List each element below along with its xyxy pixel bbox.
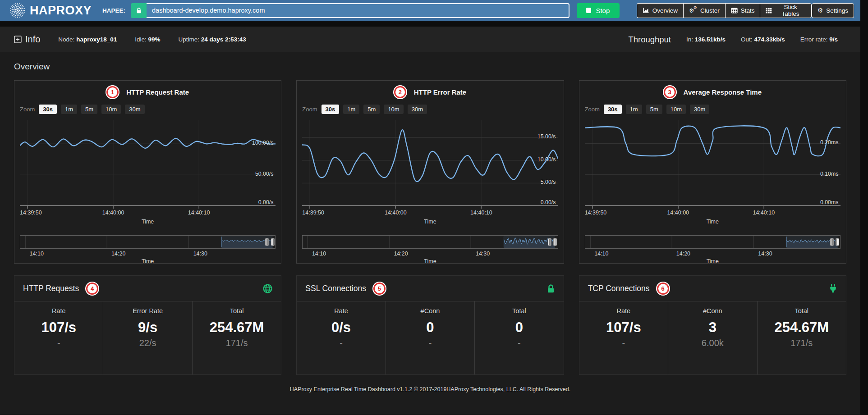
uptime-info: Uptime: 24 days 2:53:43 [179,36,246,43]
x-axis-labels: 14:39:5014:40:0014:40:10 [20,210,276,218]
ssl-connections-card: SSL Connections 5 Rate 0/s - [296,275,564,375]
stat-col: Total 254.67M 171/s [192,301,281,374]
navigator-labels: 14:1014:2014:30 [585,251,840,258]
navigator-x-label: 14:30 [758,251,772,257]
zoom-30m-button[interactable]: 30m [690,105,709,114]
svg-text:0.10ms: 0.10ms [820,171,838,177]
expand-plus-icon [14,36,22,43]
chart-navigator[interactable] [585,235,840,249]
zoom-buttons: 30s1m5m10m30m [604,105,709,114]
navigator-axis-title: Time [20,258,276,264]
footer-copyright: HAProxy Enterprise Real Time Dashboard v… [0,375,860,392]
svg-text:0.20ms: 0.20ms [820,139,838,146]
overview-label: Overview [652,7,678,14]
zoom-1m-button[interactable]: 1m [626,105,642,114]
chart-title: Average Response Time [684,88,762,96]
lock-button[interactable] [131,3,147,18]
zoom-30m-button[interactable]: 30m [408,105,427,114]
chart-title: HTTP Request Rate [126,88,189,96]
avg-response-time-chart-panel: 3 Average Response Time Zoom 30s1m5m10m3… [579,80,846,264]
zoom-10m-button[interactable]: 10m [101,105,121,114]
gears-icon: ⚙ ⚙ [689,7,697,14]
stat-label: Error Rate [103,307,192,315]
x-axis-label: 14:40:00 [667,210,689,216]
http-requests-card: HTTP Requests 4 Rate 107/s [14,275,281,375]
navigator-handle-left[interactable] [548,238,551,246]
card-title: SSL Connections [305,284,366,293]
node-info: Node: haproxy18_01 [58,36,117,43]
navigator-x-label: 14:10 [594,251,608,257]
settings-button[interactable]: ⚙ Settings [812,3,854,18]
x-axis-title: Time [585,219,840,226]
x-axis-label: 14:40:10 [470,210,492,216]
stat-col: #Conn 0 - [386,301,474,374]
navigator-axis-title: Time [585,258,840,264]
zoom-label: Zoom [585,106,600,113]
stats-button[interactable]: Stats [725,3,760,18]
stat-value: 9/s [103,319,192,336]
stat-col: Rate 107/s - [579,301,668,374]
overview-button[interactable]: Overview [637,3,683,18]
card-body: Rate 107/s - Error Rate 9/s 22/s Total 2… [14,301,281,374]
card-body: Rate 0/s - #Conn 0 - Total 0 - [297,301,563,374]
chart-plot-svg: 0.20ms0.10ms0.00ms [585,120,840,209]
zoom-5m-button[interactable]: 5m [646,105,662,114]
stat-value: 254.67M [193,319,281,336]
error-rate-info: Error rate: 9/s [800,36,838,43]
zoom-buttons: 30s1m5m10m30m [39,105,144,114]
navigator-x-label: 14:20 [111,251,125,257]
lock-icon [547,284,555,293]
navigator-x-label: 14:30 [193,251,207,257]
zoom-1m-button[interactable]: 1m [61,105,77,114]
zoom-5m-button[interactable]: 5m [81,105,97,114]
info-label: Info [25,34,40,45]
stick-tables-button[interactable]: Stick Tables [760,3,811,18]
chart-plot-svg: 100.00/s50.00/s0.00/s [20,120,276,209]
stat-value: 0 [475,319,563,336]
zoom-label: Zoom [20,106,35,113]
stat-subvalue: - [579,338,668,348]
scrollbar[interactable] [860,0,868,415]
x-axis-label: 14:40:00 [385,210,407,216]
stat-subvalue: - [386,338,474,348]
stop-button[interactable]: Stop [577,3,620,18]
stat-label: Total [475,307,563,315]
dashboard-page: HAPROXY HAPEE: dashboard-develop.demo.ha… [0,0,860,415]
navigator-handle-right[interactable] [836,238,839,246]
zoom-30s-button[interactable]: 30s [321,105,340,114]
stat-col: Rate 107/s - [14,301,103,374]
zoom-30s-button[interactable]: 30s [39,105,57,114]
stat-label: Rate [14,307,103,315]
stat-value: 3 [668,319,757,336]
zoom-row: Zoom 30s1m5m10m30m [585,104,840,114]
navigator-handle-right[interactable] [553,238,557,246]
cluster-button[interactable]: ⚙ ⚙ Cluster [683,3,725,18]
http-error-rate-chart-panel: 2 HTTP Error Rate Zoom 30s1m5m10m30m 15.… [296,80,564,264]
zoom-10m-button[interactable]: 10m [666,105,686,114]
chart-navigator[interactable] [302,235,558,249]
zoom-buttons: 30s1m5m10m30m [321,105,427,114]
stat-subvalue: 171/s [758,338,846,348]
zoom-5m-button[interactable]: 5m [363,105,380,114]
navigator-axis-title: Time [302,258,558,264]
url-input[interactable]: dashboard-develop.demo.haproxy.com [147,3,569,18]
navigator-x-label: 14:20 [394,251,408,257]
settings-label: Settings [826,7,848,14]
chart-navigator[interactable] [20,235,276,249]
zoom-10m-button[interactable]: 10m [384,105,403,114]
navigator-handle-left[interactable] [265,238,269,246]
zoom-30s-button[interactable]: 30s [604,105,622,114]
chart-plot-svg: 15.00/s10.00/s5.00/s0.00/s [302,120,558,209]
stat-value: 254.67M [758,319,846,336]
navigator-x-label: 14:10 [30,251,44,257]
navigator-handle-right[interactable] [271,238,275,246]
navigator-handle-left[interactable] [830,238,834,246]
hapee-label: HAPEE: [102,7,125,14]
stat-value: 0 [386,319,474,336]
zoom-1m-button[interactable]: 1m [343,105,359,114]
view-switcher: Overview ⚙ ⚙ Cluster Stats [637,3,812,18]
tcp-connections-card: TCP Connections 6 Rate 107/s - [579,275,846,375]
svg-text:50.00/s: 50.00/s [255,171,273,177]
zoom-30m-button[interactable]: 30m [125,105,144,114]
info-toggle[interactable]: Info [14,34,40,45]
